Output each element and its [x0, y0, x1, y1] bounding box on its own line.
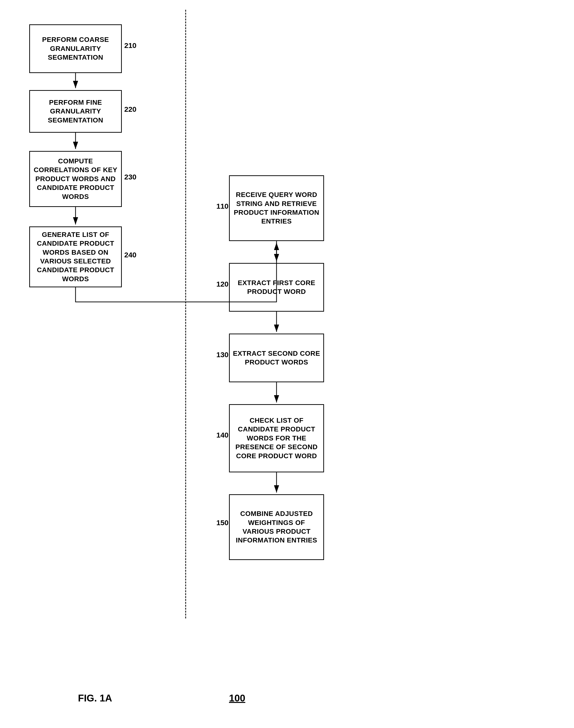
label-120: 120: [216, 280, 229, 288]
box-210: PERFORM COARSE GRANULARITY SEGMENTATION: [29, 25, 122, 73]
box-110: RECEIVE QUERY WORD STRING AND RETRIEVE P…: [229, 175, 324, 241]
box-110-text: RECEIVE QUERY WORD STRING AND RETRIEVE P…: [232, 190, 321, 226]
label-110: 110: [216, 202, 229, 210]
label-150: 150: [216, 518, 229, 527]
label-210: 210: [124, 41, 136, 50]
ref-label: 100: [229, 693, 245, 703]
box-240: GENERATE LIST OF CANDIDATE PRODUCT WORDS…: [29, 226, 122, 287]
box-220: PERFORM FINE GRANULARITY SEGMENTATION: [29, 90, 122, 133]
box-220-text: PERFORM FINE GRANULARITY SEGMENTATION: [32, 98, 119, 125]
box-210-text: PERFORM COARSE GRANULARITY SEGMENTATION: [32, 35, 119, 62]
box-240-text: GENERATE LIST OF CANDIDATE PRODUCT WORDS…: [32, 230, 119, 283]
label-130: 130: [216, 351, 229, 359]
box-140: CHECK LIST OF CANDIDATE PRODUCT WORDS FO…: [229, 404, 324, 472]
label-240: 240: [124, 251, 136, 259]
box-120-text: EXTRACT FIRST CORE PRODUCT WORD: [232, 278, 321, 296]
box-150-text: COMBINE ADJUSTED WEIGHTINGS OF VARIOUS P…: [232, 509, 321, 545]
label-230: 230: [124, 173, 136, 181]
box-230-text: COMPUTE CORRELATIONS OF KEY PRODUCT WORD…: [32, 157, 119, 201]
box-140-text: CHECK LIST OF CANDIDATE PRODUCT WORDS FO…: [232, 416, 321, 460]
box-130: EXTRACT SECOND CORE PRODUCT WORDS: [229, 333, 324, 382]
label-220: 220: [124, 105, 136, 113]
figure-label: FIG. 1A: [78, 693, 112, 703]
box-130-text: EXTRACT SECOND CORE PRODUCT WORDS: [232, 349, 321, 367]
vertical-divider: [185, 10, 186, 619]
label-140: 140: [216, 431, 229, 439]
box-120: EXTRACT FIRST CORE PRODUCT WORD: [229, 263, 324, 312]
box-150: COMBINE ADJUSTED WEIGHTINGS OF VARIOUS P…: [229, 494, 324, 560]
box-230: COMPUTE CORRELATIONS OF KEY PRODUCT WORD…: [29, 151, 122, 207]
